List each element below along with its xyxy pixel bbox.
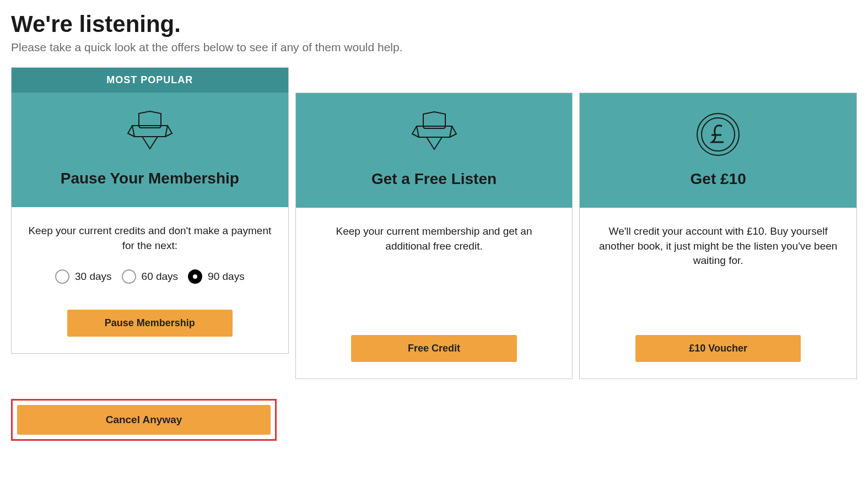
card-header-free: Get a Free Listen <box>296 93 573 208</box>
offer-cards: MOST POPULAR Pause Your Membership Keep … <box>11 67 857 379</box>
cancel-highlight-box: Cancel Anyway <box>11 399 277 441</box>
shield-ribbon-icon <box>407 110 462 159</box>
offer-card-pause: MOST POPULAR Pause Your Membership Keep … <box>11 67 289 354</box>
radio-label: 30 days <box>75 271 112 283</box>
radio-60-days[interactable]: 60 days <box>122 269 179 284</box>
offer-card-free-listen: Get a Free Listen Keep your current memb… <box>295 93 573 379</box>
page-title: We're listening. <box>11 11 857 37</box>
card-description-voucher: We'll credit your account with £10. Buy … <box>596 224 840 268</box>
radio-icon <box>188 269 202 284</box>
radio-label: 60 days <box>142 271 179 283</box>
voucher-button[interactable]: £10 Voucher <box>635 335 801 362</box>
radio-label: 90 days <box>208 271 245 283</box>
pause-duration-options: 30 days 60 days 90 days <box>28 269 272 284</box>
radio-icon <box>55 269 69 284</box>
shield-ribbon-icon <box>122 109 177 159</box>
free-credit-button[interactable]: Free Credit <box>351 335 516 362</box>
radio-30-days[interactable]: 30 days <box>55 269 112 284</box>
pause-membership-button[interactable]: Pause Membership <box>67 310 233 337</box>
card-header-voucher: Get £10 <box>580 93 856 208</box>
page-subtitle: Please take a quick look at the offers b… <box>11 41 857 54</box>
card-description-pause: Keep your current credits and don't make… <box>28 224 272 253</box>
pound-coin-icon <box>691 110 746 159</box>
card-header-pause: Pause Your Membership <box>12 93 288 207</box>
card-title-free: Get a Free Listen <box>371 170 497 188</box>
radio-icon <box>122 269 136 284</box>
offer-card-voucher: Get £10 We'll credit your account with £… <box>579 93 857 379</box>
card-title-pause: Pause Your Membership <box>61 170 239 187</box>
card-description-free: Keep your current membership and get an … <box>312 224 556 253</box>
cancel-anyway-button[interactable]: Cancel Anyway <box>17 405 271 435</box>
radio-90-days[interactable]: 90 days <box>188 269 245 284</box>
most-popular-badge: MOST POPULAR <box>12 68 288 93</box>
card-title-voucher: Get £10 <box>691 170 746 188</box>
